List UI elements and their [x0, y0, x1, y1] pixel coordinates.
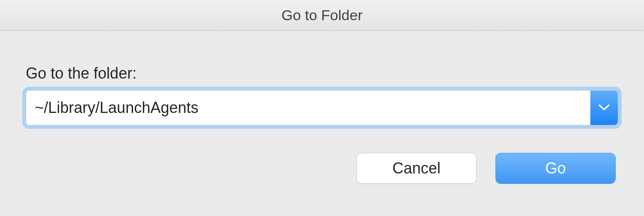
- dialog-content: Go to the folder: Cancel Go: [0, 31, 644, 184]
- folder-path-combobox[interactable]: [26, 90, 618, 125]
- go-button[interactable]: Go: [495, 153, 616, 184]
- dialog-titlebar: Go to Folder: [0, 0, 644, 31]
- folder-path-label: Go to the folder:: [26, 64, 618, 82]
- folder-path-input[interactable]: [26, 91, 590, 125]
- cancel-button[interactable]: Cancel: [356, 153, 477, 184]
- dialog-title: Go to Folder: [282, 7, 363, 24]
- folder-path-dropdown-button[interactable]: [590, 91, 618, 125]
- dialog-button-row: Cancel Go: [26, 153, 618, 184]
- chevron-down-icon: [598, 104, 610, 112]
